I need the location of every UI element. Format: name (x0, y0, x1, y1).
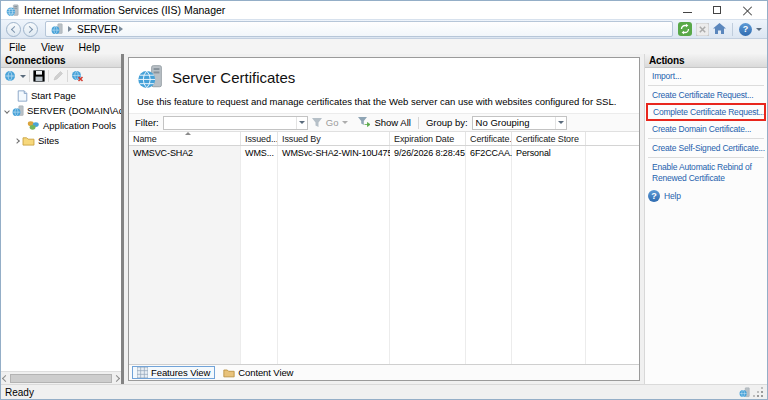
iis-breadcrumb-icon (51, 23, 63, 35)
breadcrumb[interactable]: SERVER (45, 21, 673, 37)
scrollbar-thumb[interactable] (10, 374, 112, 383)
scroll-right-icon[interactable] (113, 374, 120, 381)
help-action[interactable]: ? Help (645, 186, 767, 202)
close-icon (743, 6, 752, 15)
cell-expiration: 9/26/2026 8:28:45 ... (390, 146, 466, 160)
action-import[interactable]: Import... (645, 68, 767, 84)
tree-item-application-pools[interactable]: Application Pools (1, 118, 121, 133)
content-view-icon (223, 368, 235, 378)
actions-separator (648, 157, 764, 158)
tree-item-label: Application Pools (43, 120, 116, 131)
menu-help[interactable]: Help (79, 41, 101, 53)
resize-grip[interactable] (753, 387, 763, 397)
title-bar: Internet Information Services (IIS) Mana… (1, 1, 767, 19)
features-view-icon (137, 367, 148, 378)
home-icon[interactable] (713, 23, 726, 35)
group-by-value: No Grouping (476, 117, 530, 128)
list-body: WMSVC-SHA2 WMS... WMSvc-SHA2-WIN-10U475M… (129, 146, 639, 364)
group-by-select[interactable]: No Grouping (472, 116, 567, 130)
toolbar-separator (48, 70, 49, 82)
action-create-self-signed-certificate[interactable]: Create Self-Signed Certificate... (645, 140, 767, 156)
tree-item-start-page[interactable]: Start Page (1, 88, 121, 103)
iis-manager-window: Internet Information Services (IIS) Mana… (0, 0, 768, 400)
main-panel: Server Certificates Use this feature to … (124, 54, 644, 384)
delete-connection-icon[interactable] (71, 70, 84, 83)
scroll-left-icon[interactable] (2, 374, 9, 381)
tree-item-label: SERVER (DOMAIN\Administra (27, 105, 121, 116)
filter-toolbar: Filter: Go Show All Group by: No Groupin… (129, 113, 639, 132)
column-header-cert-hash[interactable]: Certificate... (466, 132, 512, 145)
tree-item-label: Sites (38, 135, 59, 146)
connections-hscrollbar[interactable] (1, 371, 121, 384)
minimize-icon (683, 12, 692, 13)
actions-header: Actions (645, 54, 767, 68)
show-all-button[interactable]: Show All (374, 117, 410, 128)
content-area: Connections Start Page SERV (1, 54, 767, 384)
chevron-down-icon[interactable] (4, 108, 10, 114)
highlight-box: Complete Certificate Request... (646, 103, 766, 121)
connection-dropdown-icon[interactable] (20, 75, 26, 78)
help-dropdown-icon[interactable] (756, 28, 762, 31)
list-header: Name Issued... Issued By Expiration Date… (129, 132, 639, 146)
stop-icon[interactable] (696, 23, 709, 36)
action-create-domain-certificate[interactable]: Create Domain Certificate... (645, 121, 767, 137)
toolbar-separator (29, 70, 30, 82)
cell-cert-hash: 6F2CCAA... (466, 146, 512, 160)
go-dropdown-icon[interactable] (342, 121, 348, 124)
view-tabs: Features View Content View (129, 364, 639, 380)
restart-icon[interactable] (678, 22, 692, 36)
start-page-icon (17, 90, 28, 102)
menu-bar: File View Help (1, 39, 767, 54)
connections-toolbar (1, 68, 121, 85)
column-header-name[interactable]: Name (129, 132, 241, 145)
back-arrow-icon (11, 25, 18, 32)
back-button[interactable] (6, 22, 21, 37)
minimize-button[interactable] (672, 2, 702, 18)
filter-label: Filter: (135, 117, 159, 128)
iis-status-icon (739, 387, 750, 398)
close-button[interactable] (732, 2, 762, 18)
tab-content-view[interactable]: Content View (219, 366, 297, 379)
column-header-issued-by[interactable]: Issued By (278, 132, 390, 145)
connections-tree: Start Page SERVER (DOMAIN\Administra App… (1, 85, 121, 371)
action-enable-automatic-rebind[interactable]: Enable Automatic Rebind of Renewed Certi… (645, 159, 767, 186)
column-header-cert-store[interactable]: Certificate Store (512, 132, 586, 145)
tree-item-sites[interactable]: Sites (1, 133, 121, 148)
table-row[interactable]: WMSVC-SHA2 WMS... WMSvc-SHA2-WIN-10U475M… (129, 146, 639, 160)
action-complete-certificate-request[interactable]: Complete Certificate Request... (648, 105, 764, 119)
actions-separator (648, 138, 764, 139)
action-create-certificate-request[interactable]: Create Certificate Request... (645, 87, 767, 103)
breadcrumb-server[interactable]: SERVER (77, 24, 118, 35)
breadcrumb-separator-icon[interactable] (119, 26, 123, 32)
group-by-dropdown-icon[interactable] (555, 117, 566, 129)
column-stripes (129, 146, 639, 364)
maximize-icon (713, 6, 721, 14)
window-title: Internet Information Services (IIS) Mana… (24, 4, 672, 16)
help-label: Help (664, 191, 681, 201)
menu-view[interactable]: View (41, 41, 64, 53)
connections-panel: Connections Start Page SERV (1, 54, 124, 384)
maximize-button[interactable] (702, 2, 732, 18)
filter-dropdown-icon[interactable] (296, 117, 307, 129)
go-button[interactable]: Go (326, 117, 339, 128)
sites-folder-icon (22, 136, 35, 146)
actions-separator (648, 85, 764, 86)
show-all-icon (358, 117, 370, 128)
go-funnel-icon (312, 118, 322, 128)
create-connection-icon[interactable] (4, 70, 17, 83)
column-header-issued-to[interactable]: Issued... (241, 132, 278, 145)
breadcrumb-separator-icon (68, 26, 72, 32)
menu-file[interactable]: File (9, 41, 26, 53)
chevron-right-icon[interactable] (14, 138, 20, 144)
help-icon[interactable]: ? (739, 23, 752, 36)
connections-header: Connections (1, 54, 121, 68)
tab-features-view[interactable]: Features View (132, 366, 215, 379)
group-by-label: Group by: (426, 117, 468, 128)
tree-item-server[interactable]: SERVER (DOMAIN\Administra (1, 103, 121, 118)
filter-input[interactable] (164, 117, 296, 128)
actions-panel: Actions Import... Create Certificate Req… (644, 54, 767, 384)
forward-button[interactable] (23, 22, 38, 37)
column-header-expiration[interactable]: Expiration Date (390, 132, 466, 145)
filter-input-box[interactable] (163, 116, 308, 130)
forward-arrow-icon (26, 25, 33, 32)
